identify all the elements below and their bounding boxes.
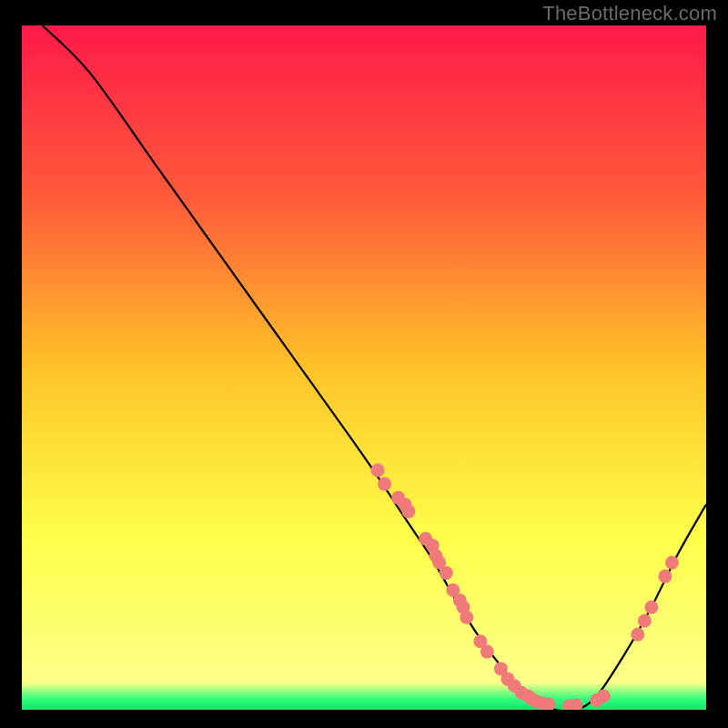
- curve-marker: [665, 556, 679, 570]
- curve-marker: [644, 601, 658, 614]
- curve-marker: [401, 504, 415, 518]
- curve-marker: [460, 611, 473, 624]
- chart-plot-area: [22, 25, 706, 710]
- chart-frame: TheBottleneck.com: [0, 0, 728, 728]
- chart-svg: [22, 25, 706, 710]
- curve-marker: [631, 628, 644, 642]
- curve-marker: [597, 689, 611, 703]
- curve-marker: [440, 566, 453, 580]
- gradient-background: [22, 25, 706, 710]
- attribution-watermark: TheBottleneck.com: [542, 2, 717, 25]
- curve-marker: [378, 477, 391, 490]
- curve-marker: [638, 614, 652, 628]
- curve-marker: [371, 463, 385, 477]
- curve-marker: [658, 570, 672, 583]
- curve-marker: [480, 645, 494, 659]
